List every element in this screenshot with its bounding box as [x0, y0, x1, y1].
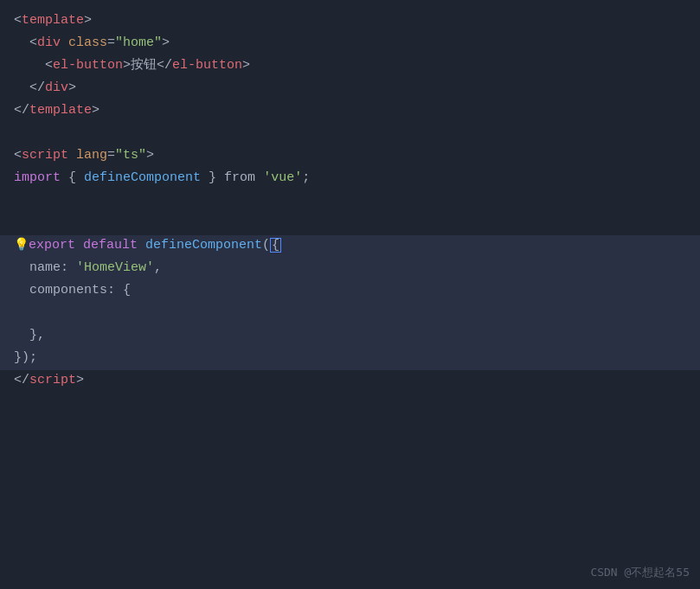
code-line-5: </template>: [0, 100, 700, 123]
brace-open: {: [68, 168, 84, 189]
code-line-15: },: [0, 325, 700, 348]
prop-value-homeview: 'HomeView': [76, 258, 154, 278]
prop-components: components: [29, 280, 107, 301]
tag-bracket-close: >: [84, 10, 92, 31]
tag-bracket-end: >: [68, 78, 76, 99]
brace-close3: }: [14, 348, 22, 368]
tag-bracket-end2: >: [242, 55, 250, 76]
keyword-export: export: [29, 235, 75, 256]
tag-bracket: <: [14, 145, 22, 166]
tag-name-div-close: div: [45, 78, 68, 99]
semicolon: ;: [302, 168, 310, 189]
prop-name: name: [29, 258, 61, 278]
indent: [14, 78, 29, 99]
tag-name-div: div: [37, 33, 61, 54]
tag-bracket: <: [29, 33, 37, 54]
tag-name-template-close: template: [29, 100, 92, 121]
attr-class: class: [68, 33, 107, 54]
tag-bracket-end: >: [76, 370, 84, 391]
code-line-7: <script lang="ts">: [0, 145, 700, 168]
code-line-9: [0, 190, 700, 213]
semicolon2: ;: [29, 348, 37, 368]
tag-bracket: <: [14, 10, 22, 31]
brace-close: }: [201, 168, 216, 189]
tag-name-template: template: [22, 10, 84, 31]
tag-name-el-button: el-button: [53, 55, 123, 76]
brace-close2: }: [29, 325, 37, 346]
tag-name-script: script: [22, 145, 68, 166]
keyword-default: default: [83, 235, 138, 256]
code-line-2: <div class="home">: [0, 33, 700, 55]
attr-value-home: "home": [115, 33, 162, 54]
code-line-1: <template>: [0, 10, 700, 33]
bulb-icon: 💡: [14, 235, 29, 254]
string-vue: 'vue': [263, 168, 302, 189]
colon: :: [61, 258, 76, 278]
attr-value-ts: "ts": [115, 145, 146, 166]
comma2: ,: [37, 325, 45, 346]
code-line-16: });: [0, 348, 700, 370]
paren-close: ): [22, 348, 29, 368]
button-text: 按钮: [131, 55, 157, 76]
tag-bracket-close2: </: [157, 55, 172, 76]
code-line-13: components: {: [0, 280, 700, 303]
func-defineComponent2: defineComponent: [145, 235, 262, 256]
code-line-12: name: 'HomeView',: [0, 258, 700, 280]
attr-lang: lang: [76, 145, 107, 166]
code-line-6: [0, 123, 700, 145]
indent: [14, 33, 29, 54]
code-line-8: import { defineComponent } from 'vue';: [0, 168, 700, 190]
indent: [14, 258, 29, 278]
indent: [14, 280, 29, 301]
tag-bracket-end: >: [146, 145, 154, 166]
func-defineComponent: defineComponent: [84, 168, 201, 189]
tag-bracket-end: >: [123, 55, 131, 76]
indent: [14, 325, 29, 346]
tag-bracket: </: [29, 78, 45, 99]
tag-bracket: </: [14, 370, 29, 391]
brace-open2: {: [123, 280, 131, 301]
cursor-brace: {: [270, 238, 281, 253]
code-line-10: [0, 213, 700, 235]
code-editor: <template> <div class="home"> <el-button…: [0, 0, 700, 589]
tag-bracket: <: [45, 55, 53, 76]
tag-bracket-end: >: [162, 33, 170, 54]
code-line-11: 💡export default defineComponent({: [0, 235, 700, 258]
paren-open: (: [262, 235, 270, 256]
code-line-4: </div>: [0, 78, 700, 100]
code-line-3: <el-button>按钮</el-button>: [0, 55, 700, 78]
code-line-17: </script>: [0, 370, 700, 393]
code-line-14: [0, 303, 700, 325]
colon2: :: [107, 280, 123, 301]
tag-name-script-close: script: [29, 370, 76, 391]
keyword-import: import: [14, 168, 61, 189]
from-keyword: from: [224, 168, 255, 189]
watermark: CSDN @不想起名55: [590, 564, 690, 582]
tag-bracket: </: [14, 100, 29, 121]
tag-name-el-button-close: el-button: [172, 55, 242, 76]
indent: [14, 55, 45, 76]
comma: ,: [154, 258, 162, 278]
tag-bracket-end: >: [92, 100, 100, 121]
